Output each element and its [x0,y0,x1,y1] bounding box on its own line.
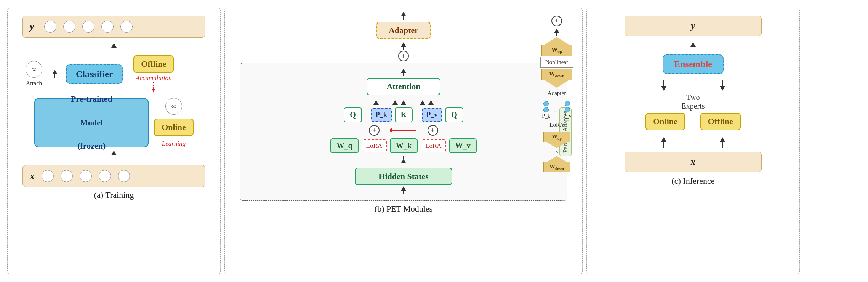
node-2 [63,21,75,33]
panel-a-inner: y ∞ Attach [12,16,216,187]
wqkv-row: W_q LoRA W_k LoRA W_v [330,138,476,153]
line-1 [114,48,114,55]
arrowhead-3 [111,151,117,155]
pk-dot-2 [543,107,549,112]
arr-from-x-offline [720,137,725,148]
accumulation-area: Offline Accumulation [133,55,174,93]
v-box: Q [445,107,463,122]
line-from-bot [403,191,404,194]
line-to-offline [722,80,723,86]
pk-col: P_k [542,101,550,119]
line-plus-out [403,47,404,50]
adapter-side-label: Adapter [548,90,566,96]
x-label: x [30,170,35,182]
w-down-box: Wdown [541,69,572,80]
attach-area: ∞ Attach [22,61,45,87]
adapter-detail-col: + Wup Nonlinear Wdown [540,16,573,172]
panel-c-inference: y Ensemble Two Experts [586,8,800,274]
w-down2-trap: Wdown [543,156,570,172]
arr-adapter-1 [554,29,559,36]
qkv-arrows [373,100,434,105]
adapter-box: Adapter [376,22,431,39]
q-box: Q [344,107,362,122]
row-x-c: x [625,152,762,172]
arrowhead-plus-out [401,42,406,47]
classifier-box: Classifier [66,64,123,84]
red-arrow-left [390,126,417,135]
ellipsis: … [553,106,560,114]
arr-pv [420,100,425,105]
accum-arrow: Accumulation [136,74,171,93]
arr-to-yc [690,42,696,53]
hidden-states-box: Hidden States [355,168,452,185]
xnode-2 [61,170,73,182]
classifier-row: ∞ Attach Classifier Offline [22,55,205,93]
right-of-pretrained: ∞ Online Learning [154,98,194,147]
lora-box-1: LoRA [362,139,387,152]
arrow-from-pretrained [52,70,58,78]
arr-from-bottom [401,186,406,194]
row-y-c: y [625,16,762,36]
k-box: K [395,107,413,122]
node-1 [44,21,56,33]
pk-side-label: P_k [542,113,550,119]
arrowhead-xoff [720,137,725,142]
line-adap1 [556,33,557,36]
pk-box: P_k [371,108,392,122]
wv-box: W_v [449,138,477,153]
offline-box: Offline [133,55,174,73]
pv-side-label: P_v [563,113,572,119]
inf-symbol-mid: ∞ [171,103,176,111]
node-4 [101,21,114,33]
xnode-1 [42,170,54,182]
line-adapter-top [403,16,404,20]
arr-v [428,100,434,105]
accum-svg [151,82,156,93]
w-down2-box: Wdown [543,162,570,172]
offline-box-c: Offline [700,113,741,130]
line-to-online [663,80,664,86]
arr-to-online [661,80,666,91]
node-3 [82,21,94,33]
arrows-to-experts [661,80,725,91]
learning-label: Learning [162,140,186,147]
wk-box: W_k [390,138,418,153]
arrows-from-x [661,137,725,148]
panel-b-pet: Adapter + Attention [224,8,583,274]
lora-box-2: LoRA [421,139,446,152]
arrowhead-online [661,86,666,91]
panel-b-label: (b) PET Modules [375,204,432,214]
plus-left: + [369,125,380,136]
arrow-from-x [111,151,117,161]
line-yc [693,47,693,53]
line-hidden [403,156,404,159]
pv-box: P_v [422,108,442,122]
arr-k [401,100,406,105]
arrowhead-attn [401,69,406,73]
pv-dot-2 [565,107,570,112]
arrow-from-plus [401,42,406,50]
pk-pv-dots: P_k … P_v [542,101,572,119]
line-2 [54,74,55,78]
plus-lora-row: + + [344,125,463,136]
row-y: y [22,16,205,38]
y-label: y [30,21,34,32]
online-offline-row: Online Offline [645,113,741,130]
pet-inner-box: Attention Q [240,63,567,201]
pretrained-online-section: Pre-trained Model (frozen) ∞ Online Lear… [34,98,194,147]
two-experts-label: Two Experts [681,93,705,111]
main-container: y ∞ Attach [7,8,861,274]
line-attn [403,73,404,76]
arr-from-x-online [661,137,666,148]
panel-a-label: (a) Training [94,190,134,200]
pv-dot-1 [565,101,570,106]
row-x: x [22,165,205,187]
node-5 [120,21,133,33]
trap-down-shape [545,80,569,88]
wq-box: W_q [330,138,358,153]
svg-marker-1 [152,89,155,93]
arr-to-hidden [401,156,406,163]
plus-right: + [428,125,438,136]
arrow-to-y [111,43,117,55]
pk-dot-1 [543,101,549,106]
